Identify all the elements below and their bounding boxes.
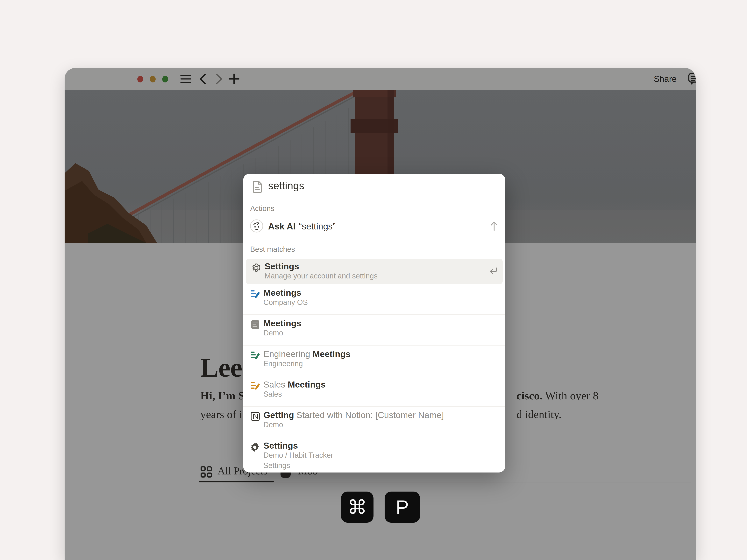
meeting-notes-orange-icon	[250, 381, 260, 391]
result-subtitle: Engineering	[263, 359, 303, 368]
gear-icon	[251, 263, 261, 273]
cmd-key-glyph: ⌘	[347, 496, 367, 518]
cmd-keycap: ⌘	[341, 491, 374, 523]
document-gray-icon	[250, 319, 260, 329]
result-title-muted: Engineering	[263, 349, 313, 359]
best-matches-section-label: Best matches	[250, 245, 295, 254]
result-subtitle: Demo	[263, 329, 283, 337]
result-title: Getting Started with Notion: [Customer N…	[263, 410, 444, 420]
result-title-match: Getting	[263, 410, 294, 420]
result-subtitle: Sales	[263, 390, 282, 398]
row-divider	[243, 437, 506, 437]
search-modal: settings Actions Ask AI “settings” Best …	[243, 174, 506, 473]
result-title: Meetings	[263, 318, 301, 328]
result-subtitle: Company OS	[263, 298, 308, 306]
result-sales-meetings[interactable]: Sales Meetings Sales	[243, 379, 506, 406]
result-subtitle: Demo / Habit Tracker	[263, 451, 333, 459]
ask-ai-query: “settings”	[299, 221, 336, 232]
result-title: Engineering Meetings	[263, 349, 351, 359]
ask-ai-label: Ask AI	[268, 221, 295, 232]
row-divider	[243, 376, 506, 376]
result-title: Sales Meetings	[263, 379, 326, 390]
result-title-muted: Sales	[263, 379, 288, 390]
result-settings-selected[interactable]: Settings Manage your account and setting…	[246, 259, 503, 284]
result-meetings-demo[interactable]: Meetings Demo	[243, 318, 506, 345]
result-meetings-companyos[interactable]: Meetings Company OS	[243, 287, 506, 315]
page-document-icon	[253, 181, 263, 193]
result-subtitle: Manage your account and settings	[264, 272, 378, 280]
notion-ai-face-icon	[250, 219, 263, 233]
p-key-glyph: P	[396, 496, 409, 518]
result-subtitle: Demo	[263, 421, 283, 429]
search-input[interactable]: settings	[268, 180, 304, 191]
actions-section-label: Actions	[250, 204, 275, 213]
notion-logo-icon	[250, 411, 260, 421]
result-title: Settings	[264, 261, 299, 271]
row-divider	[243, 345, 506, 346]
result-title-match: Meetings	[313, 349, 351, 359]
gear-solid-icon	[249, 442, 260, 453]
result-title: Meetings	[263, 288, 301, 298]
result-engineering-meetings[interactable]: Engineering Meetings Engineering	[243, 349, 506, 376]
p-keycap: P	[385, 491, 420, 523]
result-settings-habit-tracker[interactable]: Settings Demo / Habit Tracker Settings	[243, 440, 506, 473]
enter-key-icon	[489, 267, 498, 275]
ask-ai-row[interactable]: Ask AI “settings”	[243, 218, 506, 236]
screenshot-stage: Share	[0, 0, 747, 560]
up-arrow-icon	[490, 221, 498, 231]
result-title-muted: Started with Notion: [Customer Name]	[294, 410, 444, 420]
search-divider	[243, 196, 506, 196]
result-title: Settings	[263, 441, 298, 451]
result-subtitle-extra: Settings	[263, 461, 290, 470]
result-title-match: Meetings	[288, 379, 326, 390]
result-getting-started[interactable]: Getting Started with Notion: [Customer N…	[243, 410, 506, 437]
meeting-notes-blue-icon	[250, 289, 260, 299]
row-divider	[243, 314, 506, 315]
row-divider	[243, 406, 506, 407]
meeting-notes-green-icon	[250, 350, 260, 360]
